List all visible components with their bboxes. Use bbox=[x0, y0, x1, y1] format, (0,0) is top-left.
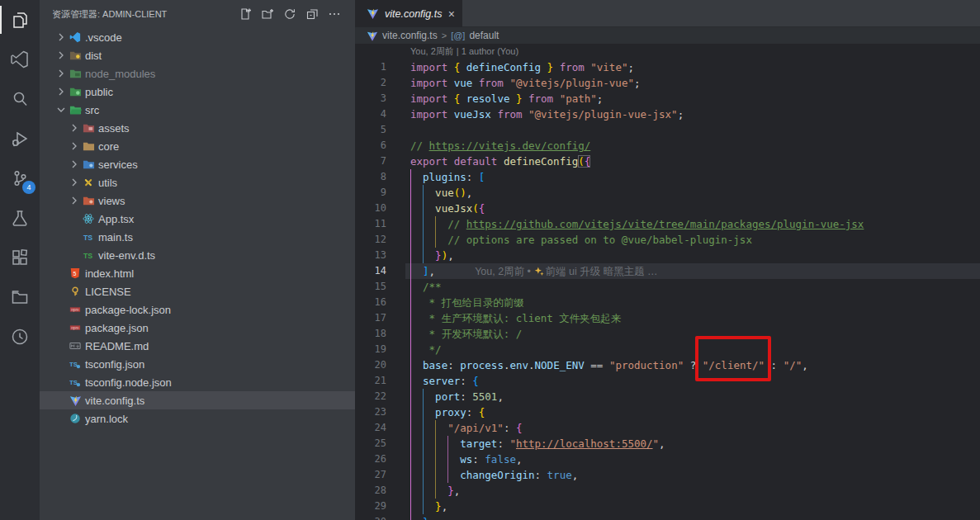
new-file-icon[interactable] bbox=[236, 5, 254, 23]
line-number: 5 bbox=[355, 122, 386, 138]
git-blame-annotation: You, 2周前 • 前端 ui 升级 暗黑主题 … bbox=[475, 266, 657, 277]
folder-dist-icon bbox=[68, 49, 83, 62]
more-actions-icon[interactable] bbox=[325, 5, 343, 23]
tree-item-core[interactable]: core bbox=[40, 137, 355, 155]
explorer-icon[interactable] bbox=[0, 0, 40, 40]
tree-item-main.ts[interactable]: TSmain.ts bbox=[40, 228, 355, 246]
tree-item-index.html[interactable]: 5index.html bbox=[40, 264, 355, 282]
tree-item-public[interactable]: public bbox=[40, 83, 355, 101]
tree-item-tsconfig.json[interactable]: TStsconfig.json bbox=[40, 355, 355, 373]
yarn-icon bbox=[68, 412, 83, 425]
tree-item-tsconfig.node.json[interactable]: TStsconfig.node.json bbox=[40, 373, 355, 391]
line-number: 14 bbox=[355, 263, 386, 279]
tree-item-assets[interactable]: assets bbox=[40, 119, 355, 137]
tree-item-src[interactable]: src bbox=[40, 101, 355, 119]
svg-text:TS: TS bbox=[83, 252, 92, 260]
html-icon: 5 bbox=[68, 267, 83, 280]
breadcrumb: vite.config.ts > [@] default bbox=[355, 27, 980, 44]
code-line-14: 14 ],You, 2周前 • 前端 ui 升级 暗黑主题 … bbox=[355, 263, 980, 279]
tree-item-utils[interactable]: utils bbox=[40, 173, 355, 191]
tab-vite-config[interactable]: vite.config.ts × bbox=[355, 0, 462, 27]
tree-item-package-lock.json[interactable]: npmpackage-lock.json bbox=[40, 300, 355, 319]
line-number: 2 bbox=[355, 75, 386, 91]
ts-green-icon: TS bbox=[81, 248, 96, 262]
code-line-23: 23 proxy: { bbox=[355, 404, 980, 420]
indent-guide bbox=[423, 389, 424, 514]
line-number: 11 bbox=[355, 216, 386, 232]
line-number: 20 bbox=[355, 357, 386, 373]
line-number: 1 bbox=[355, 59, 386, 75]
tree-item-label: tsconfig.node.json bbox=[85, 376, 172, 389]
vs-logo-icon[interactable] bbox=[0, 40, 40, 79]
svg-text:TS: TS bbox=[69, 361, 78, 368]
explorer-sidebar: 资源管理器: ADMIN-CLIENT .vscodedistnode_modu… bbox=[40, 0, 355, 520]
tree-item-label: tsconfig.json bbox=[85, 358, 144, 371]
line-number: 3 bbox=[355, 91, 386, 106]
chevron-expanded-icon bbox=[54, 103, 68, 116]
tree-item-label: vite.config.ts bbox=[85, 395, 144, 407]
code-line-17: 17 * 生产环境默认: client 文件夹包起来 bbox=[355, 310, 980, 326]
tab-bar: vite.config.ts × bbox=[355, 0, 980, 27]
folder-assets-icon bbox=[81, 121, 96, 135]
tree-item-package.json[interactable]: npmpackage.json bbox=[40, 319, 355, 337]
codelens-annotation[interactable]: You, 2周前 | 1 author (You) bbox=[355, 44, 980, 59]
tree-item-node_modules[interactable]: node_modules bbox=[40, 64, 355, 83]
tree-item-.vscode[interactable]: .vscode bbox=[40, 28, 355, 46]
code-line-19: 19 */ bbox=[355, 342, 980, 357]
tree-item-label: package-lock.json bbox=[85, 304, 171, 316]
bracket-match-box: ({ bbox=[578, 155, 590, 168]
refresh-icon[interactable] bbox=[281, 5, 299, 23]
tree-item-App.tsx[interactable]: App.tsx bbox=[40, 210, 355, 228]
tree-item-label: .vscode bbox=[85, 31, 122, 44]
code-line-21: 21 server: { bbox=[355, 373, 980, 389]
tree-item-label: views bbox=[98, 195, 125, 207]
tree-item-README.md[interactable]: README.md bbox=[40, 337, 355, 355]
collapse-folders-icon[interactable] bbox=[303, 5, 321, 23]
tree-item-dist[interactable]: dist bbox=[40, 46, 355, 64]
tree-item-label: core bbox=[98, 140, 119, 153]
indent-guide bbox=[435, 216, 436, 248]
svg-text:npm: npm bbox=[71, 308, 78, 312]
folder-view-icon[interactable] bbox=[0, 277, 40, 317]
tree-item-yarn.lock[interactable]: yarn.lock bbox=[40, 409, 355, 428]
folder-src-icon bbox=[68, 103, 83, 116]
indent-guide bbox=[435, 420, 436, 499]
line-number: 21 bbox=[355, 373, 386, 389]
chevron-collapsed-icon bbox=[68, 176, 81, 189]
tree-item-LICENSE[interactable]: LICENSE bbox=[40, 282, 355, 300]
chevron-collapsed-icon bbox=[68, 139, 81, 153]
sparkles-icon bbox=[534, 266, 544, 276]
tree-item-services[interactable]: services bbox=[40, 155, 355, 173]
testing-icon[interactable] bbox=[0, 198, 40, 238]
line-number: 13 bbox=[355, 248, 386, 263]
tab-close-icon[interactable]: × bbox=[447, 7, 456, 21]
line-number: 4 bbox=[355, 106, 386, 122]
search-icon[interactable] bbox=[0, 79, 40, 119]
history-icon[interactable] bbox=[0, 317, 40, 357]
breadcrumb-symbol[interactable]: default bbox=[469, 30, 499, 41]
tree-item-vite-env.d.ts[interactable]: TSvite-env.d.ts bbox=[40, 246, 355, 264]
indent-guide bbox=[410, 169, 411, 520]
chevron-collapsed-icon bbox=[54, 67, 68, 80]
tree-item-label: README.md bbox=[85, 340, 149, 352]
chevron-collapsed-icon bbox=[68, 121, 81, 135]
tree-item-views[interactable]: views bbox=[40, 191, 355, 210]
chevron-collapsed-icon bbox=[68, 194, 81, 207]
line-number: 6 bbox=[355, 138, 386, 154]
chevron-collapsed-icon bbox=[54, 31, 68, 44]
extensions-icon[interactable] bbox=[0, 238, 40, 277]
code-line-6: 6// https://vitejs.dev/config/ bbox=[355, 138, 980, 154]
run-debug-icon[interactable] bbox=[0, 119, 40, 158]
svg-text:TS: TS bbox=[69, 379, 78, 386]
chevron-collapsed-icon bbox=[68, 158, 81, 171]
ts-blue-icon: TS bbox=[81, 230, 96, 243]
source-control-icon[interactable]: 4 bbox=[0, 158, 40, 198]
tree-item-label: vite-env.d.ts bbox=[98, 249, 155, 262]
line-number: 29 bbox=[355, 499, 386, 514]
tree-item-vite.config.ts[interactable]: vite.config.ts bbox=[40, 391, 355, 409]
explorer-title: 资源管理器: ADMIN-CLIENT bbox=[52, 8, 236, 21]
new-folder-icon[interactable] bbox=[258, 5, 277, 23]
editor-group: vite.config.ts × vite.config.ts > [@] de… bbox=[355, 0, 980, 520]
code-line-4: 4import vueJsx from "@vitejs/plugin-vue-… bbox=[355, 106, 980, 122]
breadcrumb-file[interactable]: vite.config.ts bbox=[382, 30, 438, 41]
